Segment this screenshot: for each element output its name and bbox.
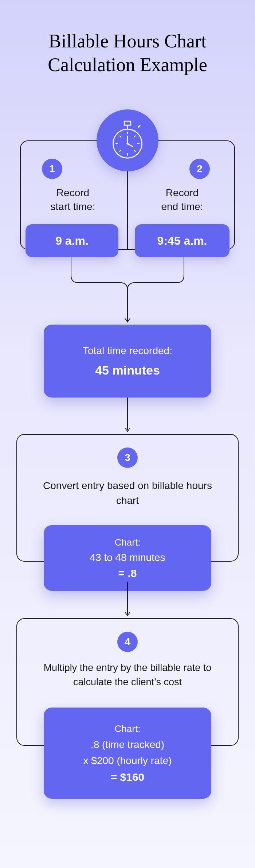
step-1-badge: 1 [42,159,62,179]
title-line-2: Calculation Example [48,54,207,75]
end-time-value: 9:45 a.m. [135,224,230,257]
step-3-chart-result: = .8 [44,567,211,580]
connector-join [56,257,199,290]
step-3-badge: 3 [117,447,138,468]
svg-point-14 [126,143,129,145]
start-time-text: 9 a.m. [55,234,89,248]
step-3-number: 3 [125,452,130,464]
total-time-label: Total time recorded: [44,345,211,357]
title: Billable Hours Chart Calculation Example [0,0,255,77]
arrow-down-icon [124,398,131,434]
start-time-value: 9 a.m. [26,224,118,257]
step-2-number: 2 [197,163,203,175]
arrow-down-icon [124,582,131,618]
step-4-line-1: .8 (time tracked) [44,739,211,751]
step-4-number: 4 [125,636,130,648]
svg-line-11 [134,150,136,151]
step-1-label: Recordstart time: [24,186,122,214]
svg-line-2 [138,125,141,128]
step-3-chart-box: Chart: 43 to 48 minutes = .8 [44,525,211,591]
svg-rect-0 [124,121,131,125]
step-4-description: Multiply the entry by the billable rate … [28,661,227,689]
stopwatch-icon [97,109,158,171]
step-1-number: 1 [49,163,55,175]
step-3-chart-header: Chart: [44,537,211,548]
total-time-value: 45 minutes [44,363,211,377]
title-line-1: Billable Hours Chart [48,31,206,51]
step-4-line-2: x $200 (hourly rate) [44,755,211,767]
end-time-text: 9:45 a.m. [157,234,207,248]
svg-line-9 [134,136,136,137]
step-4-chart-header: Chart: [44,723,211,735]
stopwatch-svg [107,120,148,160]
step-2-badge: 2 [189,159,210,179]
svg-line-10 [119,150,121,151]
step-4-chart-box: Chart: .8 (time tracked) x $200 (hourly … [44,708,211,799]
total-time-box: Total time recorded: 45 minutes [44,325,211,398]
step-3-description: Convert entry based on billable hours ch… [32,478,223,508]
arrow-down-icon [124,290,131,325]
step-2-label: Recordend time: [131,186,233,214]
step-4-result: = $160 [44,771,211,783]
svg-line-8 [119,136,121,137]
step-4-badge: 4 [117,632,138,652]
step-3-chart-range: 43 to 48 minutes [44,552,211,563]
